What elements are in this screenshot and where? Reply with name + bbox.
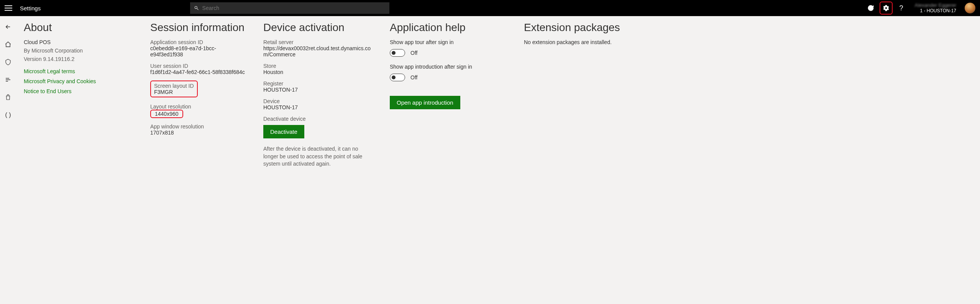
apphelp-heading: Application help: [390, 21, 509, 34]
register-label: Register: [263, 81, 374, 87]
open-intro-button[interactable]: Open app introduction: [390, 96, 460, 109]
screen-layout-label: Screen layout ID: [154, 83, 194, 89]
intro-toggle[interactable]: [390, 74, 405, 81]
screen-layout-highlight: Screen layout ID F3MGR: [150, 81, 198, 97]
session-section: Session information Application session …: [150, 21, 263, 168]
layout-res-label: Layout resolution: [150, 104, 248, 110]
user-info[interactable]: Alexander Eggerer 1 - HOUSTON-17: [915, 3, 956, 13]
back-icon[interactable]: [4, 23, 12, 31]
about-section: About Cloud POS By Microsoft Corporation…: [24, 21, 150, 168]
register-value: HOUSTON-17: [263, 87, 374, 93]
tour-toggle[interactable]: [390, 49, 405, 57]
intro-label: Show app introduction after sign in: [390, 64, 509, 70]
refresh-icon[interactable]: [864, 2, 877, 15]
about-heading: About: [24, 21, 135, 34]
home-icon[interactable]: [4, 41, 12, 48]
store-label: Store: [263, 63, 374, 69]
layout-res-value: 1440x960: [155, 111, 179, 117]
top-bar: Settings ? Alexander Eggerer 1 - HOUSTON…: [0, 0, 980, 16]
device-label: Device: [263, 98, 374, 104]
tour-label: Show app tour after sign in: [390, 39, 509, 45]
ext-section: Extension packages No extension packages…: [524, 21, 980, 168]
page-title: Settings: [20, 5, 41, 12]
intro-state: Off: [410, 74, 417, 81]
about-version: Version 9.14.19116.2: [24, 56, 135, 62]
about-product: Cloud POS: [24, 39, 135, 45]
search-icon: [194, 5, 199, 11]
link-notice[interactable]: Notice to End Users: [24, 88, 135, 94]
user-name: Alexander Eggerer: [915, 3, 956, 8]
deactivate-label: Deactivate device: [263, 116, 374, 122]
retail-server-label: Retail server: [263, 39, 374, 45]
device-value: HOUSTON-17: [263, 104, 374, 110]
bag-icon[interactable]: [4, 94, 12, 101]
left-rail: ( ): [0, 16, 16, 179]
app-session-id-value: c0ebedd8-e169-ea7d-1bcc-e94f3ed1f938: [150, 45, 248, 58]
tour-state: Off: [410, 50, 417, 56]
deactivate-note: After the device is deactivated, it can …: [263, 145, 371, 168]
ext-heading: Extension packages: [524, 21, 965, 34]
gear-icon: [883, 5, 890, 12]
store-value: Houston: [263, 69, 374, 75]
search-input[interactable]: [202, 5, 386, 11]
help-icon[interactable]: ?: [895, 2, 908, 15]
app-session-id-label: Application session ID: [150, 39, 248, 45]
session-heading: Session information: [150, 21, 248, 34]
settings-icon[interactable]: [880, 2, 893, 15]
user-session-id-value: f1d6f1d2-4a47-fe62-66c1-58f8338f684c: [150, 69, 248, 75]
avatar[interactable]: [965, 3, 975, 13]
device-heading: Device activation: [263, 21, 374, 34]
hamburger-icon[interactable]: [5, 5, 12, 11]
user-session-id-label: User session ID: [150, 63, 248, 69]
device-section: Device activation Retail server https://…: [263, 21, 390, 168]
link-legal-terms[interactable]: Microsoft Legal terms: [24, 68, 135, 74]
about-by: By Microsoft Corporation: [24, 48, 135, 54]
paren-icon[interactable]: ( ): [4, 111, 12, 119]
app-window-res-label: App window resolution: [150, 123, 248, 130]
layout-res-highlight: 1440x960: [150, 110, 183, 118]
top-icons: ? Alexander Eggerer 1 - HOUSTON-17: [864, 2, 975, 15]
screen-layout-value: F3MGR: [154, 89, 194, 95]
search-box[interactable]: [190, 2, 389, 14]
ext-none: No extension packages are installed.: [524, 39, 965, 45]
link-privacy[interactable]: Microsoft Privacy and Cookies: [24, 78, 135, 84]
user-location: 1 - HOUSTON-17: [915, 8, 956, 13]
app-window-res-value: 1707x818: [150, 130, 248, 136]
content-area: About Cloud POS By Microsoft Corporation…: [16, 16, 980, 179]
list-icon[interactable]: [4, 76, 12, 84]
retail-server-value: https://devax00032ret.cloud.test.dynamic…: [263, 45, 374, 58]
product-icon[interactable]: [4, 58, 12, 66]
apphelp-section: Application help Show app tour after sig…: [390, 21, 524, 168]
deactivate-button[interactable]: Deactivate: [263, 125, 304, 138]
